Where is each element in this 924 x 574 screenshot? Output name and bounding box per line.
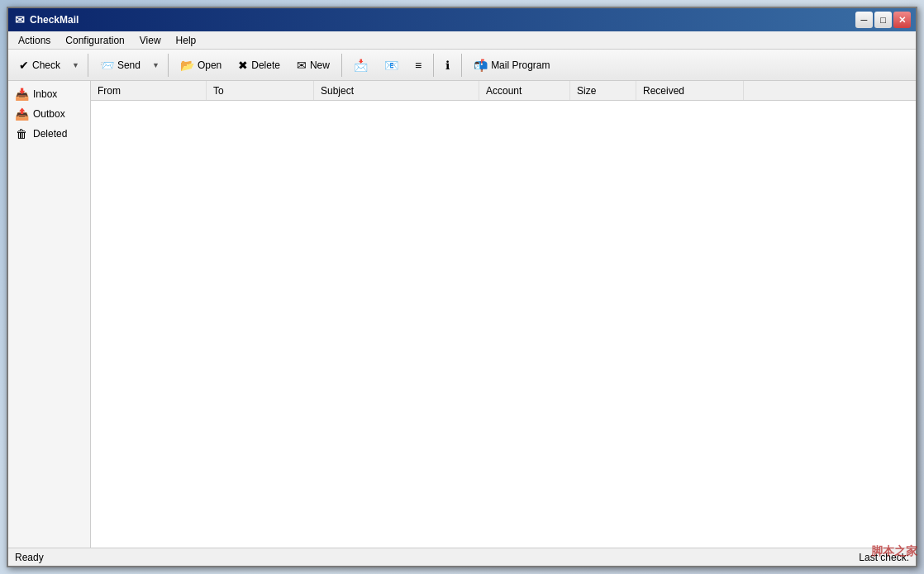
status-text: Ready [15,552,44,563]
sidebar-item-inbox[interactable]: 📥 Inbox [8,84,90,104]
col-header-account[interactable]: Account [479,81,570,100]
envelope-icon-2: 📧 [384,59,398,72]
envelope-icon-1: 📩 [354,59,368,72]
open-button[interactable]: 📂 Open [173,53,229,78]
menu-help[interactable]: Help [169,33,203,48]
delete-label: Delete [251,59,280,71]
mail-program-icon: 📬 [474,59,488,72]
main-window: ✉ CheckMail ─ □ ✕ Actions Configuration … [7,7,917,567]
toolbar: ✔ Check ▼ 📨 Send ▼ 📂 Open [8,50,916,81]
new-label: New [310,59,330,71]
send-dropdown-arrow[interactable]: ▼ [148,53,164,78]
list-icon: ≡ [415,59,422,72]
info-icon: ℹ [445,59,450,72]
inbox-icon: 📥 [15,88,28,101]
mail-program-button[interactable]: 📬 Mail Program [466,53,557,78]
envelope-button-2[interactable]: 📧 [377,53,406,78]
sep2 [168,54,169,77]
outbox-icon: 📤 [15,107,28,121]
send-icon: 📨 [100,59,114,72]
delete-icon: ✖ [238,59,248,72]
last-check-text: Last check: [859,552,909,563]
open-icon: 📂 [180,59,194,72]
sep3 [341,54,342,77]
title-bar: ✉ CheckMail ─ □ ✕ [8,8,916,31]
sidebar-item-outbox[interactable]: 📤 Outbox [8,104,90,124]
check-button[interactable]: ✔ Check [12,53,68,78]
check-btn-group: ✔ Check ▼ [12,53,83,78]
status-bar: Ready Last check: [8,548,916,566]
envelope-button-1[interactable]: 📩 [346,53,375,78]
content-area: 📥 Inbox 📤 Outbox 🗑 Deleted From To [8,81,916,548]
app-frame: ✉ CheckMail ─ □ ✕ Actions Configuration … [0,0,924,574]
col-header-subject[interactable]: Subject [314,81,479,100]
list-button[interactable]: ≡ [407,53,429,78]
col-header-from[interactable]: From [91,81,207,100]
open-label: Open [198,59,221,71]
check-label: Check [32,59,60,71]
new-button[interactable]: ✉ New [289,53,337,78]
col-header-size[interactable]: Size [570,81,636,100]
menu-configuration[interactable]: Configuration [59,33,131,48]
sidebar-item-deleted[interactable]: 🗑 Deleted [8,124,90,144]
title-bar-controls: ─ □ ✕ [855,12,911,28]
sep4 [433,54,434,77]
check-dropdown-arrow[interactable]: ▼ [68,53,83,78]
info-button[interactable]: ℹ [438,53,457,78]
title-bar-left: ✉ CheckMail [15,13,79,26]
send-label: Send [117,59,141,71]
col-header-to[interactable]: To [207,81,314,100]
deleted-icon: 🗑 [15,127,28,140]
sep5 [461,54,462,77]
close-button[interactable]: ✕ [893,12,911,28]
menu-actions[interactable]: Actions [12,33,57,48]
email-list-area: From To Subject Account Size Received [91,81,916,548]
app-icon: ✉ [15,13,25,26]
delete-button[interactable]: ✖ Delete [231,53,288,78]
app-title: CheckMail [30,14,79,26]
send-button[interactable]: 📨 Send [93,53,148,78]
deleted-label: Deleted [33,128,67,140]
new-icon: ✉ [297,59,307,72]
email-list-body [91,101,916,548]
menu-bar: Actions Configuration View Help [8,31,916,50]
maximize-button[interactable]: □ [874,12,892,28]
check-icon: ✔ [19,59,29,72]
mail-program-label: Mail Program [491,59,550,71]
outbox-label: Outbox [33,108,65,120]
email-list-header: From To Subject Account Size Received [91,81,916,101]
send-btn-group: 📨 Send ▼ [93,53,164,78]
minimize-button[interactable]: ─ [855,12,873,28]
col-header-received[interactable]: Received [636,81,744,100]
sidebar: 📥 Inbox 📤 Outbox 🗑 Deleted [8,81,91,548]
sep1 [88,54,88,77]
menu-view[interactable]: View [133,33,168,48]
inbox-label: Inbox [33,88,57,100]
